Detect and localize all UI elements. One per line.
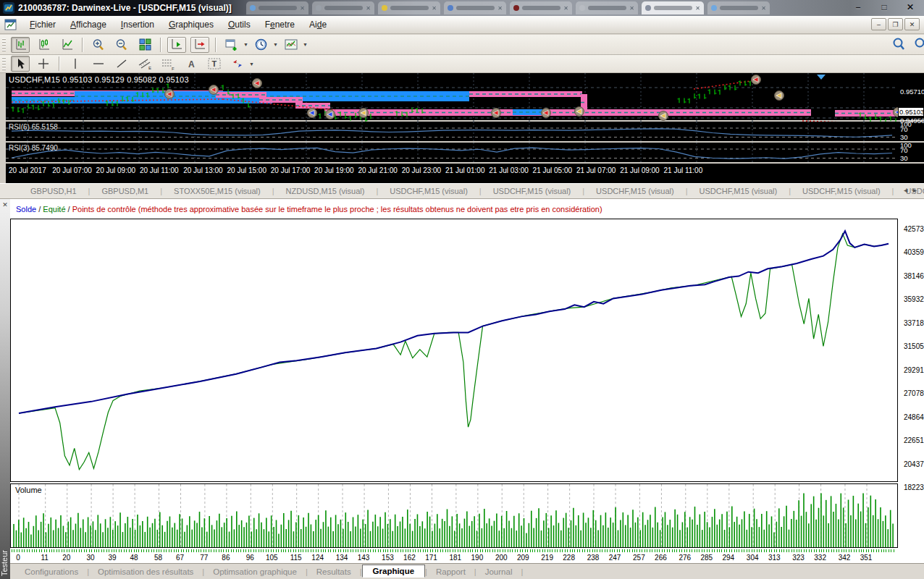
minimize-button[interactable]: – <box>847 1 869 14</box>
tester-tab-graphique[interactable]: Graphique <box>362 565 426 578</box>
equidistant-channel-button[interactable]: E <box>135 56 154 72</box>
time-axis-label: 21 Jul 03:00 <box>489 166 529 174</box>
menu-outils[interactable]: Outils <box>221 17 258 33</box>
search-icon[interactable] <box>892 37 905 53</box>
strategy-tester-panel: ✕ Testeur Solde / Equité / Points de con… <box>0 199 924 579</box>
x-axis-label: 0 <box>16 554 20 562</box>
menu-graphiques[interactable]: Graphiques <box>161 17 221 33</box>
chart-tab-8[interactable]: USDCHF,M15 (visual) <box>688 187 789 195</box>
timeframes-button[interactable] <box>252 37 271 53</box>
chart-window-icon <box>4 19 17 30</box>
rsi6-pane[interactable]: RSI(6) 65.5158 1007030 <box>6 122 924 143</box>
text-button[interactable]: A <box>182 56 201 72</box>
menu-fichier[interactable]: Fichier <box>22 17 63 33</box>
line-chart-button[interactable] <box>57 37 76 53</box>
window-controls: – □ ✕ <box>847 1 921 14</box>
time-axis-label: 20 Jul 21:00 <box>358 166 398 174</box>
volume-chart[interactable]: Volume <box>10 483 898 548</box>
x-axis-label: 115 <box>290 554 302 562</box>
zoom-in-button[interactable] <box>89 37 108 53</box>
menu-affichage[interactable]: Affichage <box>63 17 114 33</box>
arrow-tools-button[interactable] <box>228 56 247 72</box>
timeframes-dropdown-caret[interactable]: ▼ <box>273 42 278 47</box>
tester-tab-optimisation-des-r-sultats[interactable]: Optimisation des résultats <box>89 566 202 578</box>
crosshair-button[interactable] <box>34 56 53 72</box>
toolbar-grip[interactable] <box>2 38 6 51</box>
templates-button[interactable] <box>282 37 301 53</box>
x-axis-label: 67 <box>176 554 184 562</box>
chart-shift-button[interactable] <box>190 37 209 53</box>
menu-insertion[interactable]: Insertion <box>114 17 161 33</box>
templates-dropdown-caret[interactable]: ▼ <box>303 42 308 47</box>
menu-fenetre[interactable]: Fenetre <box>258 17 302 33</box>
x-axis-label: 313 <box>768 554 781 562</box>
chart-tab-3[interactable]: STOXX50E,M15 (visual) <box>162 187 272 195</box>
close-button[interactable]: ✕ <box>899 1 921 14</box>
y-axis-label: 27078 <box>904 389 924 397</box>
x-axis-green-ticks <box>12 549 895 552</box>
balance-equity-chart[interactable] <box>10 219 898 482</box>
background-tab: ✕ <box>246 1 308 14</box>
title-bar: 2100036787: Darwinex-Live - [USDCHF,M15 … <box>0 0 924 16</box>
svg-text:F: F <box>172 66 175 70</box>
tester-tab-rapport[interactable]: Rapport <box>427 566 474 578</box>
horizontal-line-button[interactable] <box>89 56 108 72</box>
chart-tab-1[interactable]: GBPUSD,H1 <box>19 187 88 195</box>
tester-side-strip: ✕ Testeur <box>0 199 10 579</box>
cursor-button[interactable] <box>11 56 30 72</box>
candlestick-chart-button[interactable] <box>34 37 53 53</box>
x-axis-label: 105 <box>266 554 278 562</box>
toolbar-separator <box>160 38 161 52</box>
toolbar-grip[interactable] <box>2 57 6 70</box>
child-restore-button[interactable]: ❐ <box>888 18 903 30</box>
x-axis-label: 190 <box>471 554 484 562</box>
svg-text:A: A <box>188 59 195 69</box>
y-axis-label: 40359 <box>904 248 924 256</box>
chart-tab-4[interactable]: NZDUSD,M15 (visual) <box>274 187 377 195</box>
fibonacci-button[interactable]: F <box>159 56 177 72</box>
search-icon-clipped[interactable] <box>912 37 924 53</box>
x-axis-label: 48 <box>130 554 138 562</box>
tester-tab-resultats[interactable]: Resultats <box>308 566 360 578</box>
tester-tab-journal[interactable]: Journal <box>476 566 521 578</box>
svg-text:E: E <box>148 66 151 70</box>
chart-tab-2[interactable]: GBPUSD,M1 <box>90 187 160 195</box>
y-axis-label: 29291 <box>904 366 924 374</box>
new-chart-dropdown-caret[interactable]: ▼ <box>243 42 248 47</box>
background-tab: ✕ <box>576 1 638 14</box>
search-toolbar <box>892 37 924 53</box>
bar-chart-button[interactable] <box>11 37 30 53</box>
vertical-line-button[interactable] <box>66 56 85 72</box>
chart-tab-6[interactable]: USDCHF,M15 (visual) <box>482 187 583 195</box>
y-axis-label: 42573 <box>904 225 924 233</box>
chart-tab-5[interactable]: USDCHF,M15 (visual) <box>378 187 479 195</box>
x-axis-label: 171 <box>425 554 437 562</box>
y-axis-label: 18223 <box>904 483 924 491</box>
text-label-button[interactable]: T <box>205 56 224 72</box>
y-axis-label: 35932 <box>904 295 924 303</box>
legend-points-de-controle: Points de contrôle (méthode tres approxi… <box>72 205 602 214</box>
rsi3-scale: 1007030 <box>898 143 924 162</box>
new-chart-button[interactable] <box>222 37 241 53</box>
arrow-tools-dropdown-caret[interactable]: ▼ <box>249 62 254 67</box>
zoom-out-button[interactable] <box>112 37 131 53</box>
tab-scroll-arrows[interactable]: ◄► <box>902 187 921 194</box>
rsi3-pane[interactable]: RSI(3) 85.7490 1007030 <box>6 143 924 164</box>
menu-bar: FichierAffichageInsertionGraphiquesOutil… <box>0 16 924 34</box>
rsi-scale-70: 70 <box>900 125 908 133</box>
chart-tab-9[interactable]: USDCHF,M15 (visual) <box>791 187 892 195</box>
price-pane[interactable]: USDCHF,M15 0.95103 0.95129 0.95082 0.951… <box>6 73 924 122</box>
tile-windows-button[interactable] <box>135 37 154 53</box>
tester-close-icon[interactable]: ✕ <box>1 200 9 209</box>
tester-tab-optimsation-graphique[interactable]: Optimsation graphique <box>204 566 306 578</box>
chart-tab-7[interactable]: USDCHF,M15 (visual) <box>584 187 686 195</box>
time-axis-label: 20 Jul 13:00 <box>183 166 223 174</box>
maximize-button[interactable]: □ <box>873 1 895 14</box>
child-close-button[interactable]: ✕ <box>904 18 920 30</box>
auto-scroll-button[interactable] <box>167 37 186 53</box>
background-tab: ✕ <box>510 1 572 14</box>
child-minimize-button[interactable]: – <box>871 18 886 30</box>
trendline-button[interactable] <box>112 56 131 72</box>
tester-tab-configurations[interactable]: Configurations <box>16 566 87 578</box>
menu-aide[interactable]: Aide <box>302 17 334 33</box>
